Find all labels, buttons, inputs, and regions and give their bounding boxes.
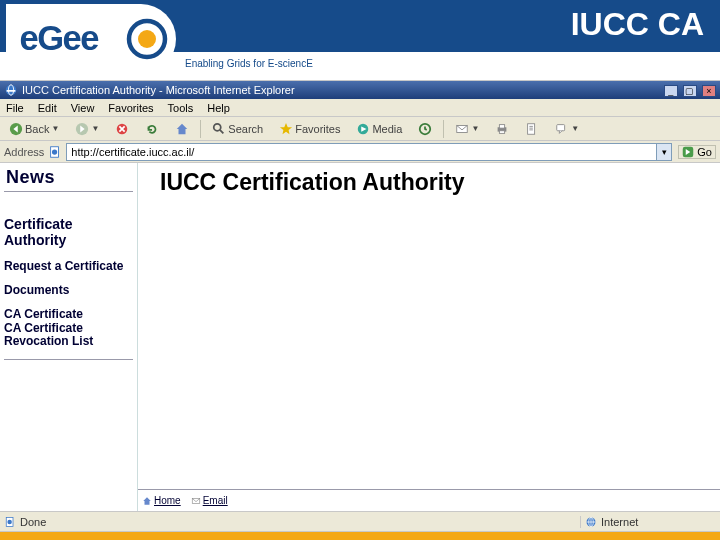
back-button[interactable]: Back ▼ [4,120,64,138]
discuss-button[interactable]: ▼ [550,120,584,138]
discuss-icon [555,122,569,136]
url-input[interactable] [66,143,669,161]
slide-footer: GRID Workshop Authorisation and Authenti… [0,532,720,540]
favorites-icon [279,122,293,136]
print-button[interactable] [490,120,514,138]
egee-logo: eGee [6,4,176,74]
sidebar-separator [4,359,133,360]
media-button[interactable]: Media [351,120,407,138]
home-button[interactable] [170,120,194,138]
home-icon [175,122,189,136]
status-text: Done [20,516,46,528]
sidebar-heading-cert-auth: Certificate Authority [4,216,133,248]
history-icon [418,122,432,136]
menu-help[interactable]: Help [207,102,230,114]
browser-titlebar: IUCC Certification Authority - Microsoft… [0,81,720,99]
page-viewport: News Certificate Authority Request a Cer… [0,163,720,511]
close-button[interactable]: × [702,85,716,97]
sidebar-link-ca-cert[interactable]: CA Certificate [4,308,133,322]
svg-point-18 [52,149,57,154]
address-label: Address [4,146,44,158]
back-arrow-icon [9,122,23,136]
bottom-link-email[interactable]: Email [191,495,228,506]
page-heading: IUCC Certification Authority [138,163,720,196]
url-page-icon [48,145,62,159]
sidebar-link-request[interactable]: Request a Certificate [4,260,133,274]
browser-title-text: IUCC Certification Authority - Microsoft… [22,84,295,96]
favorites-button[interactable]: Favorites [274,120,345,138]
edit-icon [525,122,539,136]
page-sidebar: News Certificate Authority Request a Cer… [0,163,138,511]
go-button[interactable]: Go [678,145,716,159]
svg-rect-13 [500,124,505,128]
go-arrow-icon [682,146,694,158]
media-icon [356,122,370,136]
print-icon [495,122,509,136]
svg-rect-14 [500,130,505,133]
internet-zone-icon [585,516,597,528]
maximize-button[interactable]: ▢ [683,85,697,97]
sidebar-link-documents[interactable]: Documents [4,284,133,298]
bottom-link-email-label: Email [203,495,228,506]
search-button[interactable]: Search [207,120,268,138]
svg-point-1 [138,30,156,48]
mail-button[interactable]: ▼ [450,120,484,138]
mail-small-icon [191,496,201,506]
slide-title: IUCC CA [571,6,704,43]
browser-toolbar: Back ▼ ▼ Search Favorites Media [0,117,720,141]
page-bottom-links: Home Email [138,489,720,511]
sidebar-link-revocation[interactable]: CA Certificate Revocation List [4,322,133,350]
stop-icon [115,122,129,136]
slide-banner: IUCC CA eGee Enabling Grids for E-scienc… [0,0,720,80]
go-label: Go [697,146,712,158]
forward-button[interactable]: ▼ [70,120,104,138]
history-button[interactable] [413,120,437,138]
page-content: IUCC Certification Authority Home Email [138,163,720,511]
search-icon [212,122,226,136]
back-label: Back [25,123,49,135]
address-bar: Address ▾ Go [0,141,720,163]
favorites-label: Favorites [295,123,340,135]
banner-subtitle: Enabling Grids for E-sciencE [185,58,313,69]
ie-icon [4,83,18,97]
minimize-button[interactable]: _ [664,85,678,97]
menu-edit[interactable]: Edit [38,102,57,114]
window-controls[interactable]: _ ▢ × [662,84,716,97]
refresh-icon [145,122,159,136]
zone-label: Internet [601,516,638,528]
toolbar-separator [443,120,444,138]
edit-button[interactable] [520,120,544,138]
forward-arrow-icon [75,122,89,136]
svg-rect-16 [557,124,565,130]
home-small-icon [142,496,152,506]
search-label: Search [228,123,263,135]
bottom-link-home-label: Home [154,495,181,506]
svg-text:eGee: eGee [20,19,100,57]
svg-point-8 [214,123,221,130]
svg-point-22 [7,519,12,524]
mail-icon [455,122,469,136]
toolbar-separator [200,120,201,138]
browser-window: IUCC Certification Authority - Microsoft… [0,80,720,532]
menu-file[interactable]: File [6,102,24,114]
refresh-button[interactable] [140,120,164,138]
stop-button[interactable] [110,120,134,138]
menu-favorites[interactable]: Favorites [108,102,153,114]
done-page-icon [4,516,16,528]
url-dropdown-button[interactable]: ▾ [656,143,672,161]
menu-view[interactable]: View [71,102,95,114]
browser-statusbar: Done Internet [0,511,720,531]
menu-tools[interactable]: Tools [168,102,194,114]
browser-menubar: File Edit View Favorites Tools Help [0,99,720,117]
svg-rect-15 [528,123,535,134]
media-label: Media [372,123,402,135]
sidebar-item-news[interactable]: News [4,165,133,192]
bottom-link-home[interactable]: Home [142,495,181,506]
